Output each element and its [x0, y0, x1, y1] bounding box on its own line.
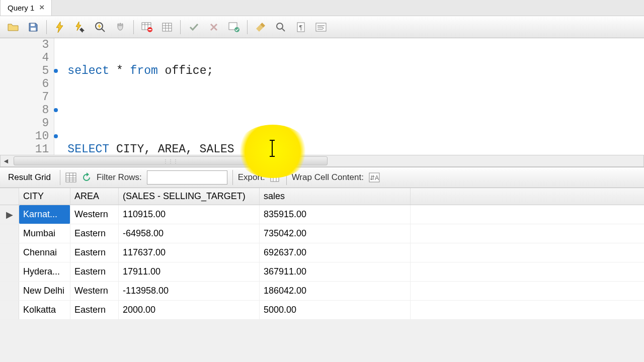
- svg-rect-12: [66, 173, 76, 182]
- row-marker[interactable]: [0, 243, 19, 262]
- line-number: 6: [0, 77, 49, 90]
- check-icon: [189, 22, 199, 32]
- line-number: 8: [0, 104, 49, 117]
- line-number: 4: [0, 51, 49, 64]
- toolbar-separator: [46, 20, 47, 34]
- toolbar-separator: [60, 170, 60, 185]
- cell-calc[interactable]: 110915.00: [119, 205, 260, 224]
- result-grid-tab[interactable]: Result Grid: [4, 170, 55, 185]
- code-pane[interactable]: select * from office; SELECT CITY, AREA,…: [54, 38, 644, 155]
- column-header-area[interactable]: AREA: [70, 188, 119, 205]
- table-row[interactable]: ChennaiEastern117637.00692637.00: [0, 243, 644, 262]
- find-button[interactable]: [272, 19, 290, 36]
- execute-button[interactable]: [51, 19, 69, 36]
- scroll-left-icon[interactable]: ◄: [1, 155, 12, 166]
- table-row[interactable]: New DelhiWestern-113958.00186042.00: [0, 282, 644, 301]
- export-label: Export:: [238, 172, 265, 183]
- column-header-city[interactable]: CITY: [19, 188, 70, 205]
- cell-city[interactable]: New Delhi: [19, 282, 70, 300]
- grid-body: ▶Karnat...Western110915.00835915.00Mumba…: [0, 205, 644, 320]
- cell-city[interactable]: Karnat...: [19, 205, 70, 224]
- autocommit-button[interactable]: [225, 19, 243, 36]
- save-button[interactable]: [24, 19, 42, 36]
- line-number: 10: [0, 130, 49, 143]
- cell-sales[interactable]: 835915.00: [260, 205, 411, 224]
- wrap-cell-label: Wrap Cell Content:: [292, 172, 364, 183]
- cell-area[interactable]: Western: [70, 282, 119, 300]
- column-header-sales[interactable]: sales: [260, 188, 411, 205]
- cell-city[interactable]: Hydera...: [19, 262, 70, 281]
- filter-rows-input[interactable]: [147, 170, 227, 185]
- lightning-cursor-icon: [74, 22, 86, 33]
- cell-sales[interactable]: 735042.00: [260, 224, 411, 243]
- table-row[interactable]: ▶Karnat...Western110915.00835915.00: [0, 205, 644, 224]
- result-grid-label: Result Grid: [8, 172, 51, 183]
- row-marker[interactable]: [0, 224, 19, 243]
- row-marker[interactable]: [0, 262, 19, 281]
- column-header-calc[interactable]: (SALES - SELLING_TARGET): [119, 188, 260, 205]
- line-number: 9: [0, 117, 49, 130]
- svg-text:¶: ¶: [299, 24, 303, 31]
- svg-point-8: [277, 23, 283, 29]
- stop-button[interactable]: [111, 19, 129, 36]
- tab-bar: Query 1 ×: [0, 0, 644, 16]
- cell-area[interactable]: Eastern: [70, 224, 119, 243]
- cell-area[interactable]: Western: [70, 205, 119, 224]
- table-row[interactable]: Hydera...Eastern17911.00367911.00: [0, 262, 644, 282]
- cell-area[interactable]: Eastern: [70, 262, 119, 281]
- toolbar-separator: [247, 20, 248, 34]
- filter-rows-label: Filter Rows:: [97, 172, 142, 183]
- wrap-cell-icon[interactable]: ⇵A: [369, 172, 380, 183]
- table-row[interactable]: KolkattaEastern2000.005000.00: [0, 301, 644, 320]
- cell-sales[interactable]: 186042.00: [260, 282, 411, 300]
- cell-sales[interactable]: 692637.00: [260, 243, 411, 262]
- cell-city[interactable]: Chennai: [19, 243, 70, 262]
- toggle-invisible-button[interactable]: ¶: [292, 19, 310, 36]
- rollback-button[interactable]: [205, 19, 223, 36]
- cell-city[interactable]: Mumbai: [19, 224, 70, 243]
- stop-hand-icon: [115, 22, 125, 32]
- cell-calc[interactable]: -113958.00: [119, 282, 260, 300]
- line-number: 5: [0, 64, 49, 77]
- line-number: 3: [0, 38, 49, 51]
- open-file-button[interactable]: [4, 19, 22, 36]
- row-marker-header: [0, 188, 19, 205]
- cell-area[interactable]: Eastern: [70, 301, 119, 319]
- tab-query1[interactable]: Query 1 ×: [0, 0, 52, 16]
- result-grid[interactable]: CITY AREA (SALES - SELLING_TARGET) sales…: [0, 188, 644, 320]
- toolbar: ¶: [0, 16, 644, 38]
- results-toolbar: Result Grid Filter Rows: Export: Wrap Ce…: [0, 167, 644, 188]
- close-icon[interactable]: ×: [39, 3, 44, 13]
- cell-sales[interactable]: 367911.00: [260, 262, 411, 281]
- export-icon[interactable]: [270, 172, 281, 183]
- refresh-icon[interactable]: [82, 172, 92, 183]
- result-grid-icon[interactable]: [65, 172, 76, 183]
- toggle-wrap-button[interactable]: [312, 19, 330, 36]
- horizontal-scrollbar[interactable]: ◄ ⋮⋮⋮: [0, 155, 644, 167]
- folder-icon: [8, 23, 19, 32]
- cell-city[interactable]: Kolkatta: [19, 301, 70, 319]
- toggle-result-button[interactable]: [158, 19, 176, 36]
- cell-calc[interactable]: 17911.00: [119, 262, 260, 281]
- row-marker[interactable]: ▶: [0, 205, 19, 224]
- cell-area[interactable]: Eastern: [70, 243, 119, 262]
- cancel-query-button[interactable]: [138, 19, 156, 36]
- cell-calc[interactable]: 2000.00: [119, 301, 260, 319]
- commit-button[interactable]: [185, 19, 203, 36]
- row-marker[interactable]: [0, 301, 19, 319]
- beautify-button[interactable]: [252, 19, 270, 36]
- lightning-icon: [55, 22, 65, 33]
- scroll-thumb[interactable]: ⋮⋮⋮: [14, 156, 328, 165]
- pilcrow-icon: ¶: [296, 22, 305, 32]
- sql-editor[interactable]: 3 4 5 6 7 8 9 10 11 select * from office…: [0, 38, 644, 155]
- cell-calc[interactable]: 117637.00: [119, 243, 260, 262]
- svg-rect-13: [271, 174, 279, 182]
- grid-cancel-icon: [141, 22, 152, 32]
- execute-current-button[interactable]: [71, 19, 89, 36]
- table-row[interactable]: MumbaiEastern-64958.00735042.00: [0, 224, 644, 243]
- cell-sales[interactable]: 5000.00: [260, 301, 411, 319]
- line-number: 7: [0, 90, 49, 104]
- cell-calc[interactable]: -64958.00: [119, 224, 260, 243]
- explain-button[interactable]: [91, 19, 109, 36]
- row-marker[interactable]: [0, 282, 19, 300]
